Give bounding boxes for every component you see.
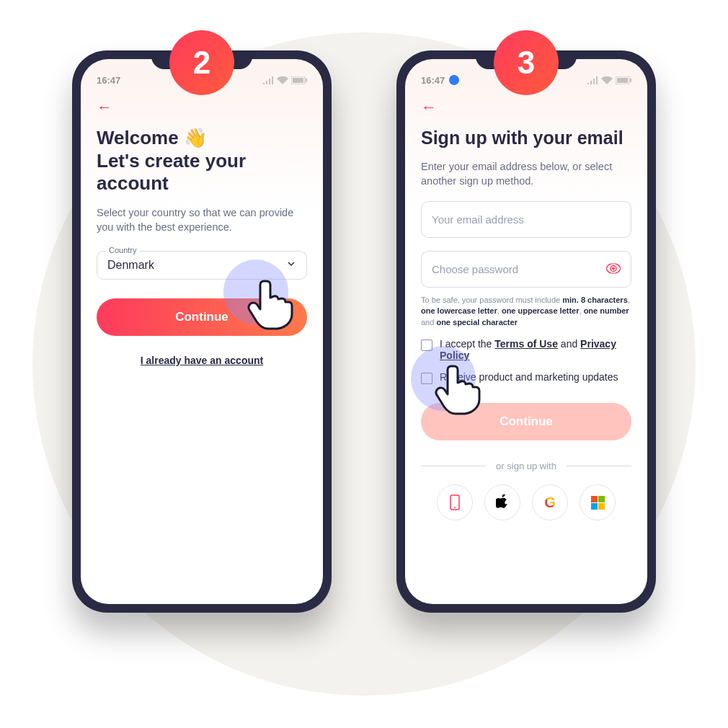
back-button[interactable]: ← bbox=[97, 98, 117, 117]
signup-divider: or sign up with bbox=[421, 461, 631, 471]
signup-phone-button[interactable] bbox=[437, 484, 473, 520]
svg-rect-4 bbox=[617, 78, 628, 83]
page-subtitle: Enter your email address below, or selec… bbox=[421, 159, 631, 189]
svg-point-6 bbox=[612, 267, 615, 270]
phone-screen-right: 16:47 ← Sign up with your email Enter yo… bbox=[405, 59, 647, 604]
status-time: 16:47 bbox=[97, 75, 120, 86]
email-input[interactable]: Your email address bbox=[421, 201, 631, 238]
password-input[interactable]: Choose password bbox=[421, 251, 631, 288]
status-icons bbox=[587, 76, 631, 84]
signup-microsoft-button[interactable] bbox=[580, 484, 616, 520]
svg-point-8 bbox=[454, 507, 456, 508]
status-icons bbox=[262, 76, 307, 84]
touch-indicator bbox=[223, 259, 288, 324]
svg-rect-1 bbox=[293, 78, 303, 83]
signup-google-button[interactable]: G bbox=[532, 484, 568, 520]
page-subtitle: Select your country so that we can provi… bbox=[97, 205, 307, 235]
social-signup-row: G bbox=[421, 484, 631, 520]
phone-screen-left: 16:47 ← Welcome 👋 Let's create your acco… bbox=[81, 59, 323, 604]
email-placeholder: Your email address bbox=[432, 213, 524, 226]
step-badge-3: 3 bbox=[494, 30, 559, 95]
country-label: Country bbox=[106, 246, 140, 254]
already-have-account-link[interactable]: I already have an account bbox=[97, 355, 307, 366]
page-title: Sign up with your email bbox=[421, 127, 631, 149]
signup-apple-button[interactable] bbox=[484, 484, 520, 520]
phone-frame: 16:47 ← Welcome 👋 Let's create your acco… bbox=[72, 50, 332, 613]
password-placeholder: Choose password bbox=[432, 263, 518, 275]
terms-of-use-link[interactable]: Terms of Use bbox=[494, 338, 558, 350]
microsoft-icon bbox=[591, 496, 605, 510]
step-badge-2: 2 bbox=[169, 30, 234, 95]
country-value: Denmark bbox=[107, 259, 154, 271]
status-time: 16:47 bbox=[421, 75, 445, 86]
touch-indicator bbox=[411, 346, 476, 411]
phone-step-2: 2 16:47 ← Welcome 👋 Let's create your ac… bbox=[72, 50, 332, 613]
password-hint: To be safe, your password must include m… bbox=[421, 295, 631, 328]
back-button[interactable]: ← bbox=[421, 98, 441, 117]
phone-step-3: 3 16:47 ← Sign up with your email Enter … bbox=[396, 50, 656, 613]
phone-frame: 16:47 ← Sign up with your email Enter yo… bbox=[396, 50, 656, 613]
chevron-down-icon bbox=[286, 259, 296, 272]
show-password-icon[interactable] bbox=[606, 262, 621, 277]
svg-rect-5 bbox=[630, 79, 631, 82]
page-title: Welcome 👋 Let's create your account bbox=[97, 127, 307, 195]
svg-rect-2 bbox=[306, 79, 307, 82]
location-icon bbox=[449, 75, 459, 85]
